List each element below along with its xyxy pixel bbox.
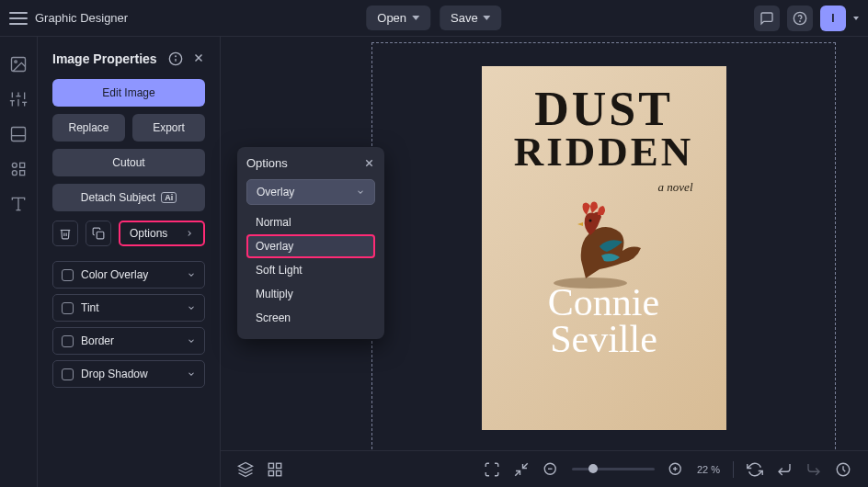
option-multiply[interactable]: Multiply bbox=[246, 282, 375, 306]
undo-icon[interactable] bbox=[776, 461, 793, 478]
image-tool-icon[interactable] bbox=[9, 55, 28, 74]
export-button[interactable]: Export bbox=[132, 114, 205, 142]
checkbox-icon bbox=[62, 302, 74, 314]
popup-header: Options bbox=[246, 156, 375, 170]
divider bbox=[733, 461, 734, 478]
border-row[interactable]: Border bbox=[52, 327, 205, 355]
svg-rect-35 bbox=[268, 470, 273, 475]
zoom-out-icon[interactable] bbox=[542, 461, 559, 478]
option-soft-light[interactable]: Soft Light bbox=[246, 258, 375, 282]
help-button[interactable] bbox=[787, 6, 813, 31]
svg-rect-33 bbox=[277, 463, 281, 468]
save-label: Save bbox=[451, 11, 478, 25]
prop-label: Color Overlay bbox=[81, 268, 148, 281]
sidebar-title: Image Properties bbox=[52, 51, 157, 66]
zoom-in-icon[interactable] bbox=[668, 461, 684, 478]
cutout-button[interactable]: Cutout bbox=[52, 149, 205, 176]
sliders-tool-icon[interactable] bbox=[9, 90, 28, 108]
svg-point-15 bbox=[12, 163, 17, 167]
chevron-down-icon bbox=[412, 16, 419, 20]
duplicate-button[interactable] bbox=[86, 221, 111, 246]
chevron-down-icon bbox=[187, 336, 196, 345]
toolstrip bbox=[0, 37, 37, 487]
svg-marker-31 bbox=[239, 462, 253, 470]
avatar[interactable]: I bbox=[820, 6, 846, 31]
prop-label: Tint bbox=[81, 301, 99, 314]
artboard[interactable]: DUST RIDDEN a novel Connie Seville bbox=[371, 42, 836, 454]
zoom-slider[interactable] bbox=[572, 468, 655, 470]
hamburger-menu[interactable] bbox=[9, 12, 28, 25]
fit-icon[interactable] bbox=[513, 461, 530, 478]
delete-button[interactable] bbox=[52, 221, 78, 246]
svg-point-23 bbox=[176, 56, 177, 57]
close-icon[interactable] bbox=[192, 51, 205, 66]
options-label: Options bbox=[130, 227, 167, 240]
layout-tool-icon[interactable] bbox=[9, 125, 28, 143]
chevron-down-icon bbox=[484, 16, 491, 20]
svg-point-17 bbox=[12, 171, 17, 176]
svg-rect-34 bbox=[277, 470, 281, 475]
prop-label: Border bbox=[81, 334, 114, 347]
book-cover[interactable]: DUST RIDDEN a novel Connie Seville bbox=[482, 66, 726, 430]
edit-image-button[interactable]: Edit Image bbox=[52, 79, 205, 107]
chevron-down-icon bbox=[187, 369, 196, 379]
prop-label: Drop Shadow bbox=[81, 368, 148, 380]
chevron-down-icon bbox=[187, 303, 196, 312]
open-label: Open bbox=[377, 11, 406, 25]
close-icon[interactable] bbox=[363, 157, 375, 169]
refresh-icon[interactable] bbox=[747, 461, 763, 478]
option-screen[interactable]: Screen bbox=[246, 306, 375, 330]
redo-icon[interactable] bbox=[805, 461, 822, 478]
replace-button[interactable]: Replace bbox=[52, 114, 125, 142]
bottom-bar: 22 % bbox=[221, 450, 868, 487]
open-button[interactable]: Open bbox=[366, 6, 430, 30]
history-icon[interactable] bbox=[835, 461, 851, 478]
options-button[interactable]: Options bbox=[119, 221, 205, 246]
option-normal[interactable]: Normal bbox=[246, 210, 375, 234]
fullscreen-icon[interactable] bbox=[484, 461, 500, 478]
detach-subject-button[interactable]: Detach SubjectAi bbox=[52, 184, 205, 211]
svg-rect-16 bbox=[20, 163, 25, 167]
cover-subtitle: a novel bbox=[658, 180, 693, 195]
drop-shadow-row[interactable]: Drop Shadow bbox=[52, 360, 205, 388]
author-line2: Seville bbox=[548, 322, 659, 358]
comments-button[interactable] bbox=[754, 6, 780, 31]
sidebar: Image Properties Edit Image Replace Expo… bbox=[37, 37, 221, 487]
color-overlay-row[interactable]: Color Overlay bbox=[52, 261, 205, 289]
checkbox-icon bbox=[62, 368, 74, 380]
svg-line-37 bbox=[515, 470, 520, 475]
cover-title-line1: DUST bbox=[514, 88, 694, 131]
svg-point-1 bbox=[800, 21, 801, 22]
popup-title: Options bbox=[246, 156, 288, 170]
info-icon[interactable] bbox=[168, 51, 183, 66]
chevron-down-icon bbox=[356, 187, 365, 197]
blend-mode-select[interactable]: Overlay bbox=[246, 179, 375, 205]
zoom-percent[interactable]: 22 % bbox=[697, 464, 720, 475]
topbar-center: Open Save bbox=[366, 6, 501, 30]
sidebar-header: Image Properties bbox=[52, 51, 205, 66]
svg-rect-13 bbox=[12, 128, 26, 142]
option-overlay[interactable]: Overlay bbox=[246, 234, 375, 258]
layers-icon[interactable] bbox=[237, 461, 254, 478]
chevron-down-icon[interactable] bbox=[853, 17, 859, 20]
ai-badge: Ai bbox=[161, 192, 177, 203]
svg-point-28 bbox=[588, 219, 591, 221]
svg-rect-32 bbox=[268, 463, 273, 468]
cover-title-line2: RIDDEN bbox=[514, 131, 694, 173]
options-popup: Options Overlay Normal Overlay Soft Ligh… bbox=[237, 147, 384, 339]
svg-rect-18 bbox=[20, 171, 25, 176]
app-title: Graphic Designer bbox=[35, 11, 128, 25]
text-tool-icon[interactable] bbox=[9, 195, 28, 213]
svg-point-3 bbox=[15, 61, 17, 63]
grid-icon[interactable] bbox=[267, 461, 283, 478]
save-button[interactable]: Save bbox=[440, 6, 502, 30]
cover-author: Connie Seville bbox=[548, 285, 659, 358]
main: Image Properties Edit Image Replace Expo… bbox=[0, 37, 868, 487]
topbar: Graphic Designer Open Save I bbox=[0, 0, 868, 37]
author-line1: Connie bbox=[548, 285, 659, 322]
chevron-right-icon bbox=[185, 229, 194, 238]
tint-row[interactable]: Tint bbox=[52, 294, 205, 322]
shapes-tool-icon[interactable] bbox=[9, 160, 28, 178]
svg-line-36 bbox=[522, 463, 527, 468]
checkbox-icon bbox=[62, 269, 74, 281]
